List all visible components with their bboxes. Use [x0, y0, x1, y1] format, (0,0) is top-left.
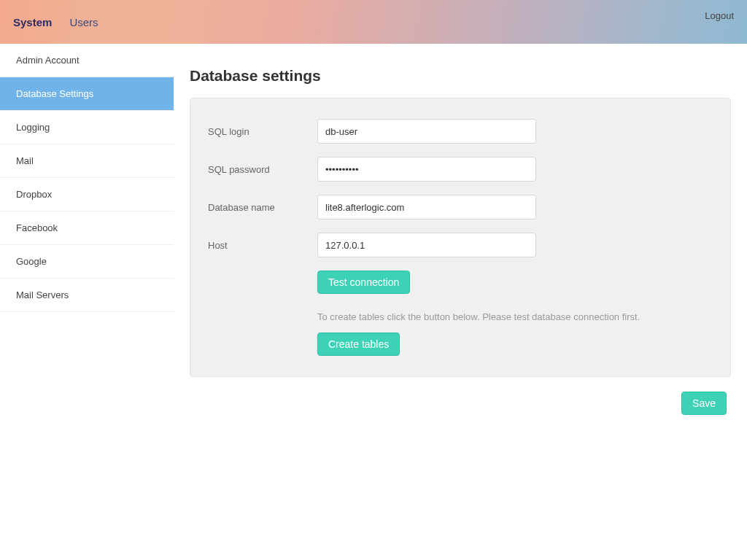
tab-system[interactable]: System: [13, 16, 52, 28]
save-button[interactable]: Save: [681, 392, 727, 415]
row-database-name: Database name: [208, 195, 713, 219]
sql-password-input[interactable]: [317, 157, 536, 182]
logout-link[interactable]: Logout: [705, 10, 734, 21]
tab-users[interactable]: Users: [69, 16, 98, 28]
create-tables-hint: To create tables click the button below.…: [317, 311, 713, 322]
sidebar-item-google[interactable]: Google: [0, 245, 174, 279]
row-host: Host: [208, 233, 713, 257]
sidebar-item-database-settings[interactable]: Database Settings: [0, 77, 174, 111]
create-tables-button[interactable]: Create tables: [317, 332, 400, 356]
top-header: System Users Logout: [0, 0, 747, 44]
sql-password-label: SQL password: [208, 164, 317, 175]
main-content: Database settings SQL login SQL password…: [174, 44, 747, 560]
settings-panel: SQL login SQL password Database name Hos…: [190, 98, 731, 377]
host-input[interactable]: [317, 233, 536, 257]
sql-login-input[interactable]: [317, 119, 536, 144]
sidebar-item-dropbox[interactable]: Dropbox: [0, 178, 174, 211]
sidebar-item-admin-account[interactable]: Admin Account: [0, 44, 174, 77]
save-row: Save: [190, 392, 731, 415]
database-name-label: Database name: [208, 202, 317, 213]
row-sql-login: SQL login: [208, 119, 713, 144]
sidebar-item-mail-servers[interactable]: Mail Servers: [0, 279, 174, 312]
sidebar-item-mail[interactable]: Mail: [0, 144, 174, 178]
sql-login-label: SQL login: [208, 126, 317, 137]
page-title: Database settings: [190, 67, 731, 85]
host-label: Host: [208, 240, 317, 251]
header-tabs: System Users: [13, 16, 98, 28]
test-connection-button[interactable]: Test connection: [317, 271, 410, 294]
row-sql-password: SQL password: [208, 157, 713, 182]
database-name-input[interactable]: [317, 195, 536, 219]
sidebar-item-facebook[interactable]: Facebook: [0, 211, 174, 245]
sidebar: Admin Account Database Settings Logging …: [0, 44, 174, 560]
sidebar-item-logging[interactable]: Logging: [0, 111, 174, 144]
